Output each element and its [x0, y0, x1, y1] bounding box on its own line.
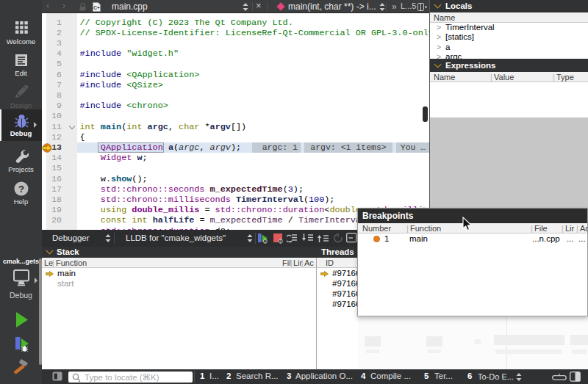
svg-text:?: ?: [18, 184, 24, 195]
svg-text:C+: C+: [93, 5, 100, 10]
